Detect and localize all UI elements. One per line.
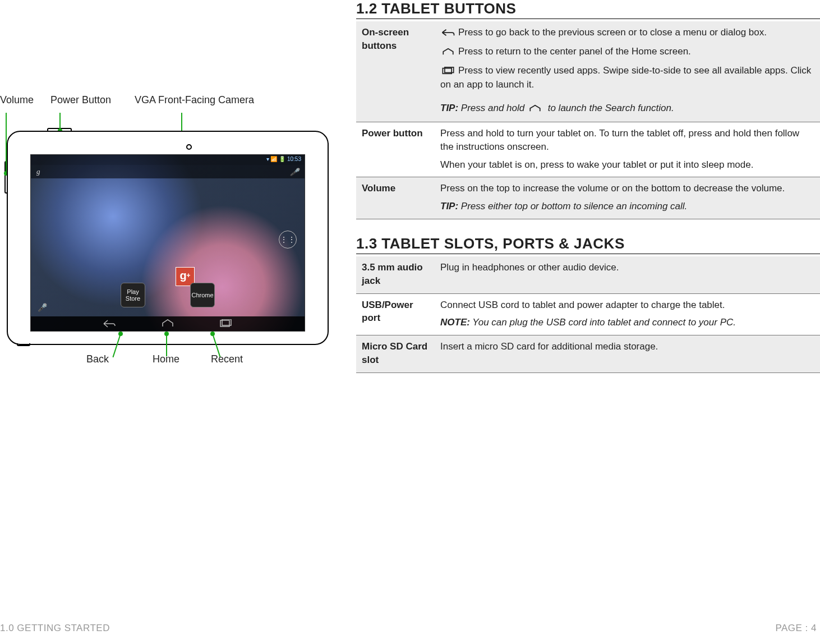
row-power-button: Power button Press and hold to turn your…: [356, 122, 820, 177]
footer-page: PAGE : 4: [775, 623, 817, 634]
table-tablet-buttons: On-screen buttons Press to go back to th…: [356, 21, 820, 219]
nav-recent-icon: [219, 319, 233, 328]
camera-icon: [186, 144, 192, 150]
footer-section: 1.0 GETTING STARTED: [0, 623, 110, 634]
cell-usb-desc: Connect USB cord to tablet and power ada…: [435, 293, 820, 335]
text-power-2: When your tablet is on, press to wake yo…: [440, 158, 814, 172]
search-bar: g 🎤: [31, 165, 305, 178]
cell-volume-key: Volume: [356, 177, 435, 219]
callout-recent: Recent: [211, 353, 243, 365]
callout-home: Home: [153, 353, 179, 365]
callout-vga-camera: VGA Front-Facing Camera: [135, 94, 254, 106]
chrome-icon: Chrome: [190, 283, 215, 307]
cell-audio-desc: Plug in headphones or other audio device…: [435, 256, 820, 293]
row-volume: Volume Press on the top to increase the …: [356, 177, 820, 219]
cell-volume-desc: Press on the top to increase the volume …: [435, 177, 820, 219]
text-volume-tip: Press either top or bottom to silence an…: [461, 201, 687, 211]
text-onscreen-home: Press to return to the center panel of t…: [458, 46, 691, 57]
tip-text-a: Press and hold: [461, 103, 527, 113]
back-icon: [440, 27, 456, 40]
row-usb-port: USB/Power port Connect USB cord to table…: [356, 293, 820, 335]
cell-power-desc: Press and hold to turn your tablet on. T…: [435, 122, 820, 177]
clock-text: 10:53: [287, 156, 301, 162]
status-bar: ▾ 📶 🔋 10:53: [31, 155, 305, 165]
text-onscreen-back: Press to go back to the previous screen …: [458, 27, 767, 38]
section-heading-buttons: 1.2 TABLET BUTTONS: [356, 0, 820, 19]
cell-onscreen-key: On-screen buttons: [356, 21, 435, 122]
text-usb: Connect USB cord to tablet and power ada…: [440, 298, 814, 312]
mic-icon: 🎤: [290, 168, 299, 176]
callout-back: Back: [86, 353, 109, 365]
row-audio-jack: 3.5 mm audio jack Plug in headphones or …: [356, 256, 820, 293]
cell-power-key: Power button: [356, 122, 435, 177]
nav-home-icon: [161, 319, 174, 328]
play-store-icon: Play Store: [121, 283, 145, 307]
callout-power-button: Power Button: [50, 94, 111, 106]
apps-drawer-icon: ⋮⋮: [279, 231, 297, 249]
cell-sd-desc: Insert a micro SD card for additional me…: [435, 335, 820, 373]
row-onscreen-buttons: On-screen buttons Press to go back to th…: [356, 21, 820, 122]
home-icon: [440, 46, 456, 59]
callout-volume: Volume: [0, 94, 34, 106]
nav-back-icon: [103, 319, 116, 328]
row-sd-slot: Micro SD Card slot Insert a micro SD car…: [356, 335, 820, 373]
google-g-icon: g: [36, 167, 40, 176]
cell-audio-key: 3.5 mm audio jack: [356, 256, 435, 293]
text-volume-1: Press on the top to increase the volume …: [440, 182, 814, 195]
table-tablet-ports: 3.5 mm audio jack Plug in headphones or …: [356, 256, 820, 373]
home-icon: [527, 103, 543, 116]
section-heading-ports: 1.3 TABLET SLOTS, PORTS & JACKS: [356, 235, 820, 254]
recent-icon: [440, 65, 456, 79]
tablet-screen: ▾ 📶 🔋 10:53 g 🎤 ⋮⋮ g 🎤 Play Store Chrome: [30, 154, 305, 332]
tablet-diagram-column: Volume Power Button VGA Front-Facing Cam…: [0, 0, 351, 644]
cell-onscreen-desc: Press to go back to the previous screen …: [435, 21, 820, 122]
tip-label: TIP:: [440, 201, 458, 211]
cell-usb-key: USB/Power port: [356, 293, 435, 335]
tablet-illustration: ▾ 📶 🔋 10:53 g 🎤 ⋮⋮ g 🎤 Play Store Chrome: [0, 126, 337, 348]
text-onscreen-recent: Press to view recently used apps. Swipe …: [440, 65, 811, 90]
tip-label: TIP:: [440, 103, 458, 113]
text-usb-note: You can plug the USB cord into tablet an…: [472, 317, 736, 328]
note-label: NOTE:: [440, 317, 470, 328]
cell-sd-key: Micro SD Card slot: [356, 335, 435, 373]
tip-text-b: to launch the Search function.: [545, 103, 674, 113]
text-power-1: Press and hold to turn your tablet on. T…: [440, 127, 814, 154]
